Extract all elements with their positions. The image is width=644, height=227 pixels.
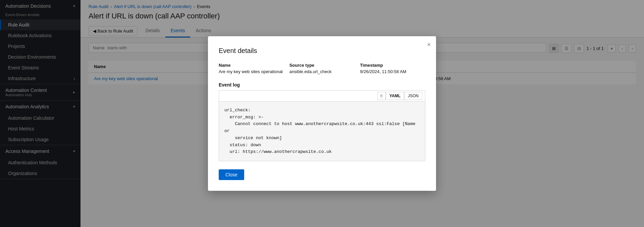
modal-close-footer-button[interactable]: Close (219, 169, 244, 180)
modal-field-source-type-label: Source type (289, 63, 355, 68)
modal-field-source-type: Source type ansible.eda.url_check (289, 63, 355, 74)
modal-field-timestamp: Timestamp 9/26/2024, 11:50:58 AM (360, 63, 425, 74)
modal-title: Event details (219, 47, 425, 55)
event-log-content: url_check: error_msg: >- Cannot connect … (219, 102, 425, 161)
modal-footer: Close (219, 169, 425, 180)
modal-field-name-label: Name (219, 63, 284, 68)
event-log-label: Event log (219, 82, 425, 88)
modal-field-name: Name Are my key web sites operational (219, 63, 284, 74)
modal-field-source-type-value: ansible.eda.url_check (289, 69, 355, 74)
modal-overlay: Event details × Name Are my key web site… (0, 0, 644, 227)
event-log-pre: url_check: error_msg: >- Cannot connect … (224, 107, 420, 156)
format-json-button[interactable]: JSON (404, 92, 422, 100)
modal-field-name-value: Are my key web sites operational (219, 69, 284, 74)
modal-fields: Name Are my key web sites operational So… (219, 63, 425, 74)
format-yaml-button[interactable]: YAML (386, 92, 404, 100)
modal-event-details: Event details × Name Are my key web site… (208, 36, 436, 191)
modal-field-timestamp-label: Timestamp (360, 63, 425, 68)
modal-close-button[interactable]: × (427, 42, 431, 48)
modal-field-timestamp-value: 9/26/2024, 11:50:58 AM (360, 69, 425, 74)
copy-button[interactable]: ⎘ (377, 92, 386, 100)
